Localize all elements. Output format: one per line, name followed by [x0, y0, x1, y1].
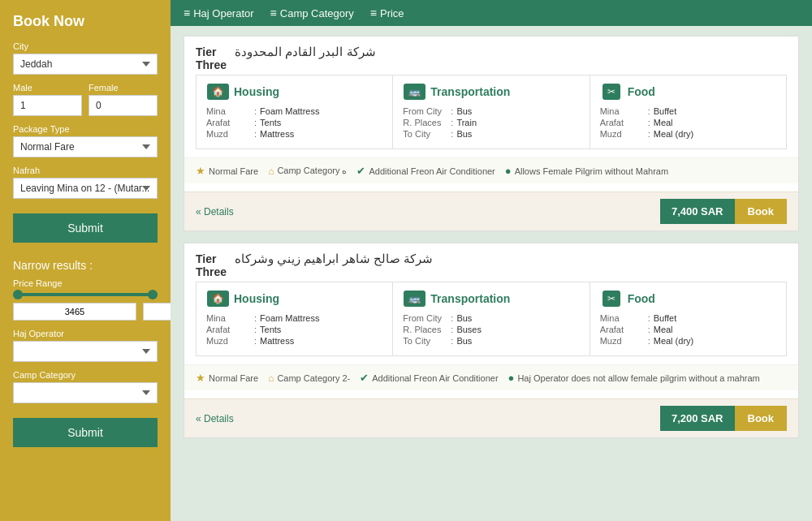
food-block-1: ✂ Food Mina : Buffet Arafat [590, 75, 786, 149]
detail-row: Arafat : Meal [600, 325, 776, 334]
details-link-2[interactable]: Details [196, 413, 234, 424]
range-thumb-left[interactable] [13, 290, 23, 299]
male-label: Male [13, 83, 82, 93]
detail-row: Arafat : Meal [600, 118, 776, 127]
price-book-1: 7,400 SAR Book [660, 199, 787, 224]
haj-operator-group: Haj Operator [13, 329, 158, 362]
housing-details-2: Mina : Foam Mattress Arafat : Tents Muzd [206, 313, 382, 346]
home-icon-1: ⌂ [268, 166, 274, 177]
city-label: City [13, 41, 158, 51]
haj-operator-select[interactable] [13, 341, 158, 362]
housing-block-1: 🏠 Housing Mina : Foam Mattress Araf [197, 75, 393, 149]
detail-row: Arafat : Tents [206, 118, 382, 127]
haj-operator-label: Haj Operator [13, 329, 158, 338]
food-details-1: Mina : Buffet Arafat : Meal Muzd [600, 106, 776, 139]
female-label: Female [89, 83, 158, 93]
food-title-2: Food [628, 292, 655, 305]
card-2-header: Tier Three شركة صالح شاهر ابراهيم زيني و… [184, 243, 798, 282]
price-book-2: 7,200 SAR Book [660, 406, 787, 431]
housing-header-1: 🏠 Housing [206, 84, 382, 100]
badge-female-2: ● Haj Operator does not allow female pil… [508, 372, 760, 384]
nav-camp-category[interactable]: Camp Category [270, 6, 354, 19]
camp-category-group: Camp Category [13, 370, 158, 403]
city-select[interactable]: Jeddah [13, 54, 158, 75]
nafrah-select[interactable]: Leaving Mina on 12 - (Mutar... [13, 178, 158, 199]
bus-icon-bg-2: 🚌 [404, 291, 425, 307]
food-icon-bg-1: ✂ [603, 84, 620, 100]
book-button-2[interactable]: Book [735, 406, 788, 431]
transportation-block-1: 🚌 Transportation From City : Bus R. [393, 75, 590, 149]
package-select[interactable]: Normal Fare [13, 136, 158, 157]
nav-price[interactable]: Price [370, 6, 404, 19]
housing-icon-bg-2: 🏠 [207, 291, 229, 307]
food-header-1: ✂ Food [600, 84, 776, 100]
detail-row: Muzd : Meal (dry) [600, 129, 776, 139]
nav-haj-operator[interactable]: Haj Operator [184, 6, 254, 19]
services-row-2: 🏠 Housing Mina : Foam Mattress Araf [196, 282, 787, 356]
detail-row: To City : Bus [403, 129, 579, 139]
food-title-1: Food [628, 85, 655, 98]
results-area: Tier Three شركة البدر القادم المحدودة 🏠 … [171, 26, 812, 459]
nafrah-group: Nafrah Leaving Mina on 12 - (Mutar... [13, 166, 158, 199]
book-button-1[interactable]: Book [735, 199, 788, 224]
food-icon-bg-2: ✂ [603, 291, 620, 307]
narrow-results: Narrow results : Price Range Haj Operato… [13, 259, 158, 447]
price-tag-2: 7,200 SAR [660, 406, 735, 431]
package-label: Package Type [13, 124, 158, 134]
nav-haj-operator-label: Haj Operator [193, 7, 253, 19]
narrow-submit-button[interactable]: Submit [13, 418, 158, 447]
city-group: City Jeddah [13, 41, 158, 75]
food-header-2: ✂ Food [600, 291, 776, 307]
detail-row: R. Places : Buses [403, 325, 579, 334]
home-icon-2: ⌂ [268, 372, 274, 384]
housing-title-1: Housing [234, 85, 279, 98]
range-fill [13, 293, 158, 296]
detail-row: From City : Bus [403, 106, 579, 116]
badge-camp-1: ⌂ Camp Category ه [268, 165, 347, 177]
top-nav: Haj Operator Camp Category Price [171, 0, 812, 26]
nav-price-label: Price [380, 7, 404, 19]
range-slider[interactable] [13, 293, 158, 296]
card-1-header: Tier Three شركة البدر القادم المحدودة [184, 37, 798, 75]
male-input[interactable] [13, 95, 82, 116]
female-input[interactable] [89, 95, 158, 116]
camp-category-select[interactable] [13, 382, 158, 403]
info-icon-2: ● [508, 372, 515, 384]
details-link-1[interactable]: Details [196, 206, 234, 217]
badge-normal-fare-1: ★ Normal Fare [196, 165, 258, 177]
company-name-1: شركة البدر القادم المحدودة [235, 45, 376, 59]
range-thumb-right[interactable] [148, 290, 158, 299]
star-icon-1: ★ [196, 165, 205, 177]
food-icon-1: ✂ [600, 84, 623, 100]
price-inputs [13, 303, 158, 321]
female-group: Female [89, 83, 158, 116]
services-row-1: 🏠 Housing Mina : Foam Mattress Araf [196, 75, 787, 149]
detail-row: Mina : Foam Mattress [206, 313, 382, 323]
transportation-title-1: Transportation [430, 85, 510, 98]
detail-row: Muzd : Mattress [206, 336, 382, 346]
bus-icon-2: 🚌 [403, 291, 425, 307]
badge-female-1: ● Allows Female Pilgrim without Mahram [505, 165, 668, 177]
package-group: Package Type Normal Fare [13, 124, 158, 157]
range-track [13, 293, 158, 296]
price-range-label: Price Range [13, 278, 158, 288]
badges-row-2: ★ Normal Fare ⌂ Camp Category 2- ✔ Addit… [184, 364, 798, 390]
food-details-2: Mina : Buffet Arafat : Meal Muzd [600, 313, 776, 346]
badge-normal-fare-2: ★ Normal Fare [196, 372, 258, 384]
submit-button[interactable]: Submit [13, 213, 158, 243]
tier-label-2: Tier Three [196, 252, 227, 278]
badge-camp-2: ⌂ Camp Category 2- [268, 372, 350, 384]
housing-icon-2: 🏠 [206, 291, 229, 307]
price-tag-1: 7,400 SAR [660, 199, 735, 224]
male-group: Male [13, 83, 82, 116]
min-price-input[interactable] [13, 303, 136, 321]
food-icon-2: ✂ [600, 291, 623, 307]
badge-ac-2: ✔ Additional Freon Air Conditioner [360, 372, 498, 384]
company-name-2: شركة صالح شاهر ابراهيم زيني وشركاه [235, 252, 433, 266]
housing-icon-1: 🏠 [206, 84, 229, 100]
narrow-title: Narrow results : [13, 259, 158, 272]
info-icon-1: ● [505, 165, 512, 177]
detail-row: From City : Bus [403, 313, 579, 323]
bus-icon-bg-1: 🚌 [404, 84, 425, 100]
book-now-title: Book Now [13, 13, 158, 30]
